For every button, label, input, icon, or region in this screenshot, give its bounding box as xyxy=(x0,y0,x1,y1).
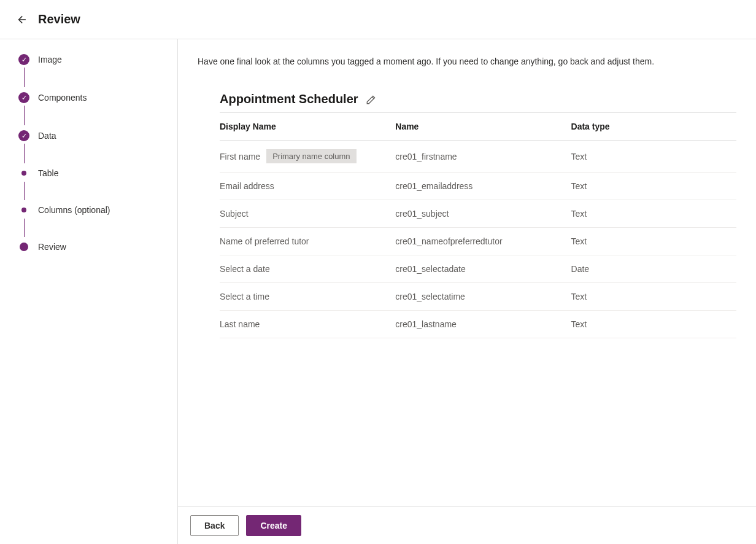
cell-name: cre01_firstname xyxy=(395,141,571,173)
app-title-row: Appointment Scheduler xyxy=(198,92,736,106)
display-name-text: Name of preferred tutor xyxy=(220,236,309,246)
page-header: Review xyxy=(0,0,756,39)
footer-actions: Back Create xyxy=(178,506,756,544)
cell-display-name: Last name xyxy=(220,311,395,338)
main-panel: Have one final look at the columns you t… xyxy=(178,39,756,544)
cell-display-name: Select a time xyxy=(220,283,395,311)
cell-display-name: Select a date xyxy=(220,255,395,283)
col-header-display-name: Display Name xyxy=(220,113,395,141)
cell-display-name: Name of preferred tutor xyxy=(220,228,395,255)
cell-data-type: Text xyxy=(571,173,736,200)
display-name-text: Select a time xyxy=(220,292,269,301)
create-button[interactable]: Create xyxy=(246,515,301,536)
cell-data-type: Text xyxy=(571,311,736,338)
app-title: Appointment Scheduler xyxy=(220,92,358,106)
step-dot-icon xyxy=(21,171,26,176)
back-button[interactable]: Back xyxy=(190,515,239,536)
pencil-icon[interactable] xyxy=(366,94,377,105)
cell-name: cre01_subject xyxy=(395,200,571,228)
step-current-icon xyxy=(20,243,28,251)
columns-table-wrap: Display Name Name Data type First namePr… xyxy=(198,112,736,338)
cell-display-name: First namePrimary name column xyxy=(220,141,395,173)
wizard-step-label: Components xyxy=(38,93,87,103)
wizard-step-label: Data xyxy=(38,131,56,141)
check-circle-icon: ✓ xyxy=(18,130,29,141)
check-circle-icon: ✓ xyxy=(18,92,29,103)
cell-data-type: Date xyxy=(571,255,736,283)
wizard-step-label: Image xyxy=(38,55,62,64)
table-row: Last namecre01_lastnameText xyxy=(220,311,736,338)
page-title: Review xyxy=(38,12,80,26)
wizard-step[interactable]: Table xyxy=(18,168,177,205)
wizard-step-label: Columns (optional) xyxy=(38,205,110,215)
table-row: Name of preferred tutorcre01_nameofprefe… xyxy=(220,228,736,255)
display-name-text: Last name xyxy=(220,319,260,329)
display-name-text: First name xyxy=(220,152,260,161)
cell-name: cre01_nameofpreferredtutor xyxy=(395,228,571,255)
content-area: ✓Image✓Components✓DataTableColumns (opti… xyxy=(0,39,756,544)
wizard-step[interactable]: ✓Image xyxy=(18,54,177,92)
table-row: Select a timecre01_selectatimeText xyxy=(220,283,736,311)
display-name-text: Email address xyxy=(220,181,274,191)
cell-data-type: Text xyxy=(571,200,736,228)
table-row: Subjectcre01_subjectText xyxy=(220,200,736,228)
wizard-step[interactable]: Review xyxy=(18,242,177,252)
wizard-step-label: Table xyxy=(38,168,58,178)
cell-data-type: Text xyxy=(571,283,736,311)
table-row: First namePrimary name columncre01_first… xyxy=(220,141,736,173)
cell-name: cre01_selectatime xyxy=(395,283,571,311)
cell-data-type: Text xyxy=(571,141,736,173)
cell-name: cre01_emailaddress xyxy=(395,173,571,200)
cell-display-name: Subject xyxy=(220,200,395,228)
primary-name-badge: Primary name column xyxy=(266,149,356,163)
wizard-step[interactable]: ✓Data xyxy=(18,130,177,168)
back-arrow-icon[interactable] xyxy=(15,14,27,26)
wizard-steps: ✓Image✓Components✓DataTableColumns (opti… xyxy=(18,54,177,252)
table-row: Email addresscre01_emailaddressText xyxy=(220,173,736,200)
cell-data-type: Text xyxy=(571,228,736,255)
cell-name: cre01_selectadate xyxy=(395,255,571,283)
review-description: Have one final look at the columns you t… xyxy=(198,56,736,66)
columns-table: Display Name Name Data type First namePr… xyxy=(220,112,736,338)
col-header-name: Name xyxy=(395,113,571,141)
table-row: Select a datecre01_selectadateDate xyxy=(220,255,736,283)
step-dot-icon xyxy=(21,208,26,212)
wizard-step[interactable]: Columns (optional) xyxy=(18,205,177,242)
cell-name: cre01_lastname xyxy=(395,311,571,338)
wizard-step[interactable]: ✓Components xyxy=(18,92,177,130)
cell-display-name: Email address xyxy=(220,173,395,200)
display-name-text: Subject xyxy=(220,209,249,219)
wizard-sidebar: ✓Image✓Components✓DataTableColumns (opti… xyxy=(0,39,178,544)
wizard-step-label: Review xyxy=(38,242,66,252)
col-header-data-type: Data type xyxy=(571,113,736,141)
display-name-text: Select a date xyxy=(220,264,270,274)
check-circle-icon: ✓ xyxy=(18,54,29,65)
